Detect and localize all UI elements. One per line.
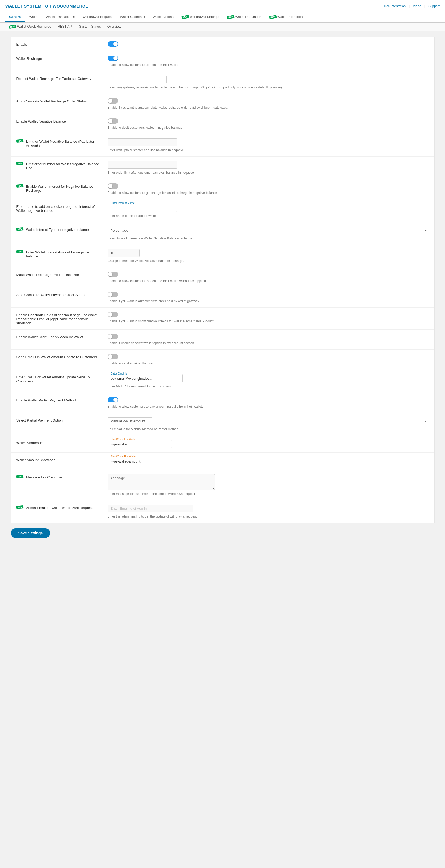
input-wallet-amount-shortcode[interactable]: [111, 459, 174, 463]
tab-withdrawal-settings[interactable]: NEWWithdrawal Settings: [177, 12, 223, 22]
settings-row-admin-email-withdrawal: NEW Admin Email for wallet Withdrawal Re…: [11, 500, 434, 523]
value-limit-order-negative: Enter order limit after customer can ava…: [108, 161, 429, 175]
top-bar-links: Documentation | Video | Support: [384, 4, 440, 8]
toggle-auto-complete-payment[interactable]: [108, 292, 118, 297]
page-wrapper: WALLET SYSTEM FOR WOOCOMMERCE Documentat…: [0, 0, 445, 868]
label-interest-name: Enter name to add on checkout page for i…: [17, 204, 102, 213]
toggle-wallet-negative-balance[interactable]: [108, 118, 118, 124]
second-nav: NEWWallet Quick Recharge REST API System…: [0, 23, 445, 31]
input-interest-amount[interactable]: [108, 249, 140, 257]
desc-partial-payment: Enable to allow customers to pay amount …: [108, 405, 429, 408]
label-wallet-interest-negative: NEW Enable Wallet Interest for Negative …: [17, 183, 102, 192]
new-badge-limit-negative: NEW: [16, 139, 23, 143]
desc-auto-complete-payment: Enable if you want to autocomplete order…: [108, 299, 429, 303]
value-admin-email-withdrawal: Enter the admin mail id to get the updat…: [108, 505, 429, 518]
label-partial-payment-option: Select Partial Payment Option: [17, 417, 102, 422]
value-wallet-recharge: Enable to allow customers to recharge th…: [108, 56, 429, 67]
textarea-message-customer[interactable]: [108, 474, 215, 490]
label-send-email: Send Email On Wallet Amount Update to Cu…: [17, 354, 102, 359]
settings-row-partial-payment-option: Select Partial Payment Option Manual Wal…: [11, 413, 434, 435]
field-label-wallet-shortcode: ShortCode For Wallet: [110, 438, 137, 441]
new-badge-promotions: NEW: [269, 15, 276, 19]
tab-wallet-promotions[interactable]: NEWWallet Promotions: [265, 12, 308, 22]
tab-wallet-transactions[interactable]: Wallet Transactions: [42, 12, 79, 22]
input-admin-email-withdrawal[interactable]: [108, 505, 194, 513]
site-title: WALLET SYSTEM FOR WOOCOMMERCE: [5, 4, 88, 8]
value-message-customer: Enter message for customer at the time o…: [108, 474, 429, 496]
toggle-wallet-interest-negative[interactable]: [108, 183, 118, 189]
field-label-wallet-amount-shortcode: ShortCode For Wallet: [110, 455, 137, 458]
label-message-customer: NEW Message For Customer: [17, 474, 102, 479]
settings-row-enable: Enable: [11, 37, 434, 51]
input-wallet-shortcode[interactable]: [111, 442, 169, 446]
value-interest-name: Enter Interest Name Enter name of fee to…: [108, 204, 429, 218]
input-limit-order-negative[interactable]: [108, 161, 177, 169]
new-badge-limit-order: NEW: [16, 162, 23, 165]
support-link[interactable]: Support: [428, 4, 440, 8]
input-interest-name[interactable]: [111, 206, 174, 210]
desc-email-wallet-update: Enter Mail ID to send email to the custo…: [108, 384, 429, 388]
label-interest-amount: NEW Enter Wallet interest Amount for neg…: [17, 249, 102, 258]
labeled-input-interest-name: Enter Interest Name: [108, 204, 177, 212]
value-auto-complete-payment: Enable if you want to autocomplete order…: [108, 292, 429, 303]
toggle-wallet-script[interactable]: [108, 334, 118, 339]
desc-admin-email-withdrawal: Enter the admin mail id to get the updat…: [108, 515, 429, 518]
tab-wallet-quick-recharge[interactable]: NEWWallet Quick Recharge: [5, 23, 55, 31]
settings-row-auto-complete-recharge: Auto Complete Wallet Recharge Order Stat…: [11, 94, 434, 114]
tab-overview[interactable]: Overview: [104, 23, 124, 31]
desc-send-email: Enable to send email to the user.: [108, 362, 429, 365]
desc-partial-payment-option: Select Value for Manual Method or Partia…: [108, 427, 429, 431]
new-badge-regulation: NEW: [227, 15, 234, 19]
toggle-auto-complete-recharge[interactable]: [108, 98, 118, 103]
toggle-send-email[interactable]: [108, 354, 118, 359]
label-checkout-fields: Enable Checkout Fields at checkout page …: [17, 312, 102, 325]
label-partial-payment: Enable Wallet Partial Payment Method: [17, 397, 102, 402]
new-badge-interest-amount: NEW: [16, 250, 23, 253]
toggle-wallet-recharge[interactable]: [108, 56, 118, 61]
documentation-link[interactable]: Documentation: [384, 4, 406, 8]
toggle-enable[interactable]: [108, 41, 118, 46]
value-tax-free: Enable to allow customers to recharge th…: [108, 272, 429, 283]
value-wallet-interest-negative: Enable to allow customers get charge for…: [108, 183, 429, 195]
tab-wallet[interactable]: Wallet: [26, 12, 42, 22]
new-badge-quick-recharge: NEW: [9, 24, 17, 28]
nav-tabs-wrap: General Wallet Wallet Transactions Withd…: [0, 12, 445, 23]
settings-row-message-customer: NEW Message For Customer Enter message f…: [11, 470, 434, 500]
toggle-tax-free[interactable]: [108, 272, 118, 277]
desc-interest-type: Select type of interest on Wallet Negati…: [108, 237, 429, 240]
settings-row-wallet-shortcode: Wallet Shortcode ShortCode For Wallet: [11, 435, 434, 453]
input-limit-negative-balance[interactable]: [108, 138, 177, 146]
tab-system-status[interactable]: System Status: [76, 23, 104, 31]
settings-row-wallet-script: Enable Wallet Script For My Account Wall…: [11, 330, 434, 350]
value-email-wallet-update: Enter Email Id Enter Mail ID to send ema…: [108, 374, 429, 388]
tab-general[interactable]: General: [5, 12, 26, 22]
new-badge-message-customer: NEW: [16, 475, 23, 478]
select-partial-payment-option[interactable]: Manual Wallet Amount Auto Wallet Amount: [108, 417, 152, 425]
label-interest-type: NEW Wallet interest Type for negative ba…: [17, 226, 102, 232]
value-restrict-recharge: Select any gateway to restrict wallet re…: [108, 75, 429, 89]
value-interest-type: Percentage Fixed Select type of interest…: [108, 226, 429, 240]
video-link[interactable]: Video: [413, 4, 421, 8]
tab-rest-api[interactable]: REST API: [55, 23, 76, 31]
value-partial-payment-option: Manual Wallet Amount Auto Wallet Amount …: [108, 417, 429, 431]
desc-message-customer: Enter message for customer at the time o…: [108, 492, 429, 496]
input-restrict-recharge[interactable]: [108, 75, 167, 83]
value-limit-negative-balance: Enter limit upto customer can use balanc…: [108, 138, 429, 152]
value-interest-amount: Charge interest on Wallet Negative Balan…: [108, 249, 429, 263]
settings-row-auto-complete-payment: Auto Complete Wallet Payment Order Statu…: [11, 287, 434, 308]
tab-wallet-cashback[interactable]: Wallet Cashback: [116, 12, 149, 22]
tab-wallet-regulation[interactable]: NEWWallet Regulation: [223, 12, 265, 22]
select-interest-type[interactable]: Percentage Fixed: [108, 226, 150, 235]
desc-interest-amount: Charge interest on Wallet Negative Balan…: [108, 259, 429, 263]
field-label-email-wallet: Enter Email Id: [110, 372, 128, 375]
label-restrict-recharge: Restrict Wallet Recharge For Particular …: [17, 75, 102, 81]
label-limit-order-negative: NEW Limit order number for Wallet Negati…: [17, 161, 102, 170]
labeled-wrap-wallet-shortcode: ShortCode For Wallet: [108, 440, 172, 448]
toggle-checkout-fields[interactable]: [108, 312, 118, 317]
desc-restrict-recharge: Select any gateway to restrict wallet re…: [108, 86, 429, 89]
toggle-partial-payment[interactable]: [108, 397, 118, 402]
save-settings-button[interactable]: Save Settings: [11, 528, 51, 538]
tab-withdrawal-request[interactable]: Withdrawal Request: [79, 12, 116, 22]
input-email-wallet-update[interactable]: [111, 376, 180, 380]
tab-wallet-actions[interactable]: Wallet Actions: [149, 12, 177, 22]
